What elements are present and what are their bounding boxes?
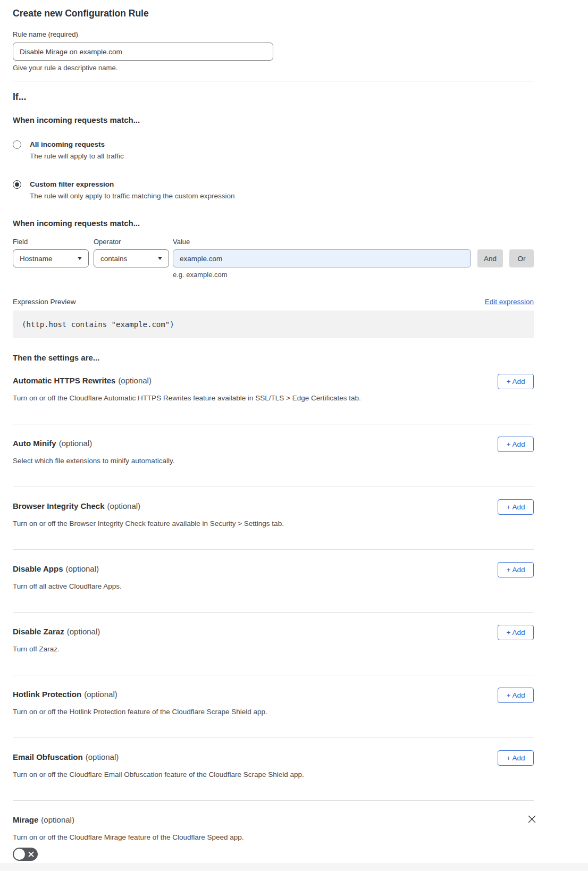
setting-title: Email Obfuscation(optional) — [13, 752, 304, 763]
setting-disable-apps: Disable Apps(optional) Turn off all acti… — [13, 550, 534, 613]
radio-description: The rule will apply to all traffic — [30, 152, 124, 161]
setting-disable-zaraz: Disable Zaraz(optional) Turn off Zaraz. … — [13, 613, 534, 675]
chevron-down-icon — [78, 257, 82, 260]
radio-selected-icon[interactable] — [13, 180, 21, 189]
field-label: Field — [13, 238, 94, 246]
setting-optional-tag: (optional) — [118, 376, 152, 385]
setting-description: Turn off all active Cloudflare Apps. — [13, 582, 122, 591]
setting-title: Disable Apps(optional) — [13, 564, 122, 574]
divider — [13, 81, 534, 81]
toggle-off-x-icon — [27, 850, 35, 858]
setting-optional-tag: (optional) — [67, 627, 100, 636]
builder-heading: When incoming requests match... — [13, 218, 534, 228]
setting-optional-tag: (optional) — [107, 501, 141, 510]
add-button[interactable]: + Add — [498, 374, 534, 389]
add-button[interactable]: + Add — [498, 625, 534, 640]
mirage-toggle-off[interactable] — [13, 848, 38, 861]
setting-hotlink-protection: Hotlink Protection(optional) Turn on or … — [13, 675, 534, 738]
page-title: Create new Configuration Rule — [13, 7, 534, 19]
rule-name-input[interactable] — [13, 43, 273, 61]
add-button[interactable]: + Add — [498, 750, 534, 766]
setting-title: Hotlink Protection(optional) — [13, 689, 267, 700]
setting-auto-minify: Auto Minify(optional) Select which file … — [13, 424, 534, 487]
if-heading: If... — [13, 91, 534, 103]
setting-name: Mirage — [13, 815, 38, 824]
page-bottom-strip — [0, 863, 588, 871]
field-select-value: Hostname — [20, 255, 53, 263]
or-button[interactable]: Or — [509, 249, 534, 267]
setting-name: Automatic HTTPS Rewrites — [13, 376, 115, 385]
field-select[interactable]: Hostname — [13, 249, 89, 267]
setting-description: Turn on or off the Hotlink Protection fe… — [13, 707, 267, 717]
edit-expression-link[interactable]: Edit expression — [485, 297, 534, 306]
add-button[interactable]: + Add — [498, 688, 534, 703]
setting-optional-tag: (optional) — [41, 815, 74, 824]
then-heading: Then the settings are... — [13, 353, 534, 363]
setting-automatic-https-rewrites: Automatic HTTPS Rewrites(optional) Turn … — [13, 363, 534, 424]
rule-name-helper: Give your rule a descriptive name. — [13, 64, 534, 72]
close-icon[interactable] — [526, 814, 537, 824]
operator-label: Operator — [94, 238, 173, 246]
chevron-down-icon — [158, 257, 162, 260]
add-button[interactable]: + Add — [498, 499, 534, 515]
and-button[interactable]: And — [477, 249, 503, 267]
setting-name: Email Obfuscation — [13, 752, 83, 761]
setting-description: Turn on or off the Cloudflare Email Obfu… — [13, 770, 304, 780]
match-heading: When incoming requests match... — [13, 115, 534, 125]
radio-option-all-requests[interactable]: All incoming requests The rule will appl… — [13, 140, 534, 161]
radio-option-custom-filter[interactable]: Custom filter expression The rule will o… — [13, 180, 534, 200]
expression-preview-label: Expression Preview — [13, 297, 76, 306]
setting-optional-tag: (optional) — [84, 690, 117, 699]
radio-description: The rule will only apply to traffic matc… — [30, 191, 234, 200]
setting-mirage: Mirage(optional) Turn on or off the Clou… — [13, 801, 534, 861]
setting-description: Select which file extensions to minify a… — [13, 456, 174, 466]
setting-description: Turn off Zaraz. — [13, 644, 100, 654]
setting-title: Mirage(optional) — [13, 815, 244, 825]
setting-email-obfuscation: Email Obfuscation(optional) Turn on or o… — [13, 738, 534, 801]
setting-browser-integrity-check: Browser Integrity Check(optional) Turn o… — [13, 487, 534, 550]
expression-preview-code: (http.host contains "example.com") — [13, 311, 534, 338]
toggle-knob — [14, 849, 25, 860]
add-button[interactable]: + Add — [498, 437, 534, 452]
setting-title: Automatic HTTPS Rewrites(optional) — [13, 375, 361, 386]
setting-name: Disable Zaraz — [13, 627, 64, 636]
radio-label: Custom filter expression — [30, 180, 234, 189]
value-input[interactable] — [173, 249, 471, 267]
setting-description: Turn on or off the Browser Integrity Che… — [13, 519, 284, 529]
radio-label: All incoming requests — [30, 140, 124, 149]
setting-description: Turn on or off the Cloudflare Automatic … — [13, 393, 361, 403]
operator-select-value: contains — [100, 255, 127, 263]
setting-title: Auto Minify(optional) — [13, 438, 174, 449]
setting-optional-tag: (optional) — [86, 752, 119, 761]
setting-optional-tag: (optional) — [65, 564, 99, 573]
setting-title: Browser Integrity Check(optional) — [13, 501, 284, 512]
radio-icon[interactable] — [13, 140, 21, 149]
value-helper: e.g. example.com — [173, 271, 534, 279]
setting-name: Disable Apps — [13, 564, 63, 573]
setting-title: Disable Zaraz(optional) — [13, 626, 100, 637]
setting-name: Browser Integrity Check — [13, 501, 105, 510]
operator-select[interactable]: contains — [94, 249, 169, 267]
value-label: Value — [173, 238, 190, 246]
setting-optional-tag: (optional) — [59, 439, 93, 448]
rule-name-label: Rule name (required) — [13, 30, 534, 39]
setting-name: Hotlink Protection — [13, 690, 81, 699]
add-button[interactable]: + Add — [498, 562, 534, 577]
setting-description: Turn on or off the Cloudflare Mirage fea… — [13, 833, 244, 842]
setting-name: Auto Minify — [13, 439, 56, 448]
